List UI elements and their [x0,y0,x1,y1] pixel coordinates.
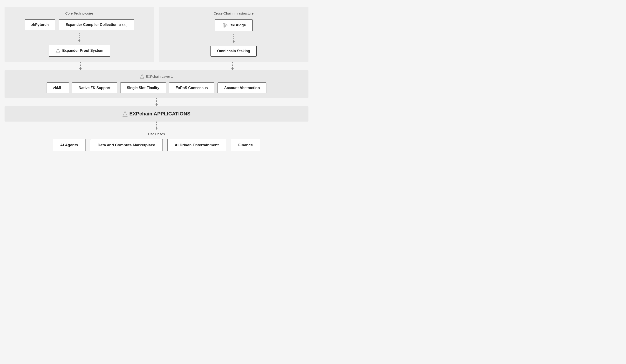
core-tech-title: Core Technologies [65,11,93,15]
usecases-title: Use Cases [148,132,165,136]
app-arrow [156,122,158,130]
zkpytorch-box: zkPytorch [25,19,55,30]
core-technologies-panel: Core Technologies zkPytorch Expander Com… [4,7,154,62]
cross-chain-panel: Cross-Chain Infrastructure zkBridge Omni… [159,7,309,62]
ai-entertainment-label: AI Driven Entertainment [175,143,219,147]
applications-icon [122,111,127,117]
finance-label: Finance [238,143,253,147]
arrow-head-6 [156,128,158,130]
core-tech-top-boxes: zkPytorch Expander Compiler Collection(E… [25,19,134,30]
ecc-label-main: Expander Compiler Collection [66,23,117,27]
main-wrapper: Core Technologies zkPytorch Expander Com… [4,7,309,154]
core-tech-arrow [78,33,80,42]
bridge-icon [221,23,229,28]
arrow-head-2 [233,41,235,43]
native-zk-label: Native ZK Support [79,86,111,90]
ecc-box: Expander Compiler Collection(ECC) [59,19,134,30]
right-connector [232,62,234,70]
usecases-section: Use Cases AI Agents Data and Compute Mar… [4,130,309,154]
layer1-arrow [156,98,158,106]
expander-proof-label: Expander Proof System [62,49,103,53]
usecases-boxes: AI Agents Data and Compute Marketplace A… [4,139,309,151]
cross-chain-title: Cross-Chain Infrastructure [214,11,254,15]
omnichain-label: Omnichain Staking [217,49,250,53]
finance-box: Finance [231,139,260,151]
layer1-section: EXPchain Layer 1 zkML Native ZK Support … [4,70,309,98]
arrow-head-3 [79,68,81,70]
layer1-icon [140,74,144,79]
arrow-head-5 [156,104,158,106]
applications-section: EXPchain APPLICATIONS [4,106,309,122]
left-connector [79,62,81,70]
expos-label: ExPoS Consensus [176,86,208,90]
app-to-usecases-connector [4,122,309,130]
native-zk-box: Native ZK Support [72,82,117,93]
dashed-line-6 [156,122,157,128]
ai-agents-label: AI Agents [60,143,78,147]
arrow-head-4 [232,68,234,70]
cross-chain-arrow [233,34,235,43]
layer1-title: EXPchain Layer 1 [140,74,173,79]
dashed-line-1 [79,33,79,40]
ai-agents-box: AI Agents [53,139,86,151]
dashed-line-4 [232,62,233,68]
data-compute-label: Data and Compute Marketplace [98,143,155,147]
top-row: Core Technologies zkPytorch Expander Com… [4,7,309,62]
top-to-layer1-connectors [4,62,309,70]
zkbridge-box: zkBridge [215,19,253,31]
dashed-line-5 [156,98,157,104]
layer1-boxes: zkML Native ZK Support Single Slot Final… [10,82,303,93]
dashed-line-2 [234,34,234,41]
zkpytorch-label: zkPytorch [31,23,49,27]
data-compute-box: Data and Compute Marketplace [90,139,162,151]
single-slot-box: Single Slot Finality [120,82,166,93]
expos-box: ExPoS Consensus [169,82,214,93]
zkbridge-label: zkBridge [231,23,246,27]
expander-icon [55,48,60,53]
zkml-box: zkML [47,82,69,93]
ai-entertainment-box: AI Driven Entertainment [167,139,226,151]
zkml-label: zkML [53,86,62,90]
omnichain-box: Omnichain Staking [210,46,257,57]
dashed-line-3 [80,62,81,68]
account-abstraction-label: Account Abstraction [224,86,260,90]
ecc-label-ecc: (ECC) [119,23,127,27]
applications-title: EXPchain APPLICATIONS [122,111,191,117]
expander-proof-box: Expander Proof System [49,45,110,57]
layer1-to-app-connector [4,98,309,106]
account-abstraction-box: Account Abstraction [218,82,266,93]
single-slot-label: Single Slot Finality [127,86,159,90]
arrow-head-1 [78,40,80,42]
